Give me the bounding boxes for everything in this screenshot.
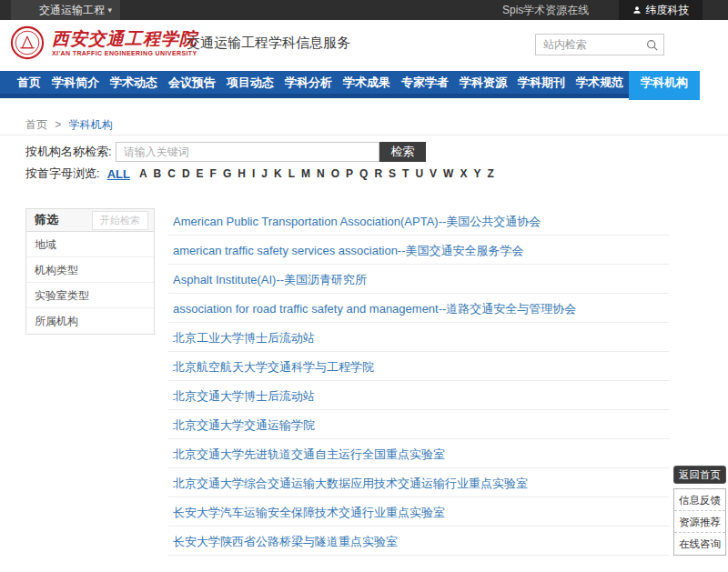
site-search-input[interactable] bbox=[536, 38, 646, 51]
floating-menu-box: 信息反馈 资源推荐 在线咨询 bbox=[673, 488, 726, 556]
vendor-name: 纬度科技 bbox=[646, 3, 690, 18]
nav-academic-achievements[interactable]: 学术成果 bbox=[338, 71, 396, 94]
chevron-down-icon: ▾ bbox=[107, 5, 112, 15]
institution-row: 北京工业大学博士后流动站 bbox=[168, 323, 669, 352]
alpha-all-link[interactable]: ALL bbox=[107, 167, 130, 181]
search-button[interactable]: 检索 bbox=[379, 142, 426, 162]
topbar: 交通运输工程 ▾ Spis学术资源在线 纬度科技 bbox=[0, 0, 728, 20]
back-to-home-button[interactable]: 返回首页 bbox=[673, 466, 726, 484]
alpha-letter-t[interactable]: T bbox=[402, 167, 409, 180]
alpha-letter-q[interactable]: Q bbox=[359, 167, 368, 180]
nav-items: 首页 学科简介 学术动态 会议预告 项目动态 学科分析 学术成果 专家学者 学科… bbox=[0, 71, 678, 100]
site-selector-dropdown[interactable]: 交通运输工程 ▾ bbox=[11, 0, 120, 20]
institution-row: association for road traffic safety and … bbox=[168, 294, 669, 323]
institution-link[interactable]: 北京交通大学先进轨道交通自主运行全国重点实验室 bbox=[168, 447, 445, 461]
vendor-account[interactable]: 纬度科技 bbox=[619, 0, 703, 20]
alpha-letter-k[interactable]: K bbox=[274, 167, 282, 180]
institution-link[interactable]: 北京交通大学综合交通运输大数据应用技术交通运输行业重点实验室 bbox=[168, 477, 528, 490]
main-nav: 首页 学科简介 学术动态 会议预告 项目动态 学科分析 学术成果 专家学者 学科… bbox=[0, 71, 678, 98]
alpha-letter-j[interactable]: J bbox=[261, 167, 268, 180]
breadcrumb-current: 学科机构 bbox=[69, 118, 113, 131]
institution-link[interactable]: 北京工业大学博士后流动站 bbox=[168, 331, 315, 345]
nav-conference-preview[interactable]: 会议预告 bbox=[163, 71, 221, 94]
filter-header: 筛选 开始检索 bbox=[26, 209, 154, 232]
institution-list: American Public Transportation Associati… bbox=[168, 206, 669, 556]
institution-link[interactable]: Asphalt Institute(AI)--美国沥青研究所 bbox=[168, 273, 367, 286]
spis-resource-link[interactable]: Spis学术资源在线 bbox=[502, 0, 589, 20]
institution-link[interactable]: 长安大学汽车运输安全保障技术交通行业重点实验室 bbox=[168, 506, 445, 519]
institution-link[interactable]: association for road traffic safety and … bbox=[168, 302, 576, 316]
resource-recommend-button[interactable]: 资源推荐 bbox=[674, 511, 725, 533]
alpha-letter-z[interactable]: Z bbox=[487, 167, 493, 180]
institution-link[interactable]: American Public Transportation Associati… bbox=[168, 215, 541, 228]
institution-search-input[interactable] bbox=[116, 142, 379, 162]
institution-row: 北京交通大学博士后流动站 bbox=[168, 381, 669, 410]
site-selector-label: 交通运输工程 bbox=[39, 3, 105, 18]
alpha-letter-n[interactable]: N bbox=[317, 167, 325, 180]
filter-item-region[interactable]: 地域 bbox=[26, 232, 154, 257]
alpha-letter-b[interactable]: B bbox=[154, 167, 162, 180]
alpha-letter-c[interactable]: C bbox=[167, 167, 176, 180]
institution-link[interactable]: 北京交通大学交通运输学院 bbox=[168, 418, 315, 432]
alpha-letter-i[interactable]: I bbox=[252, 167, 255, 180]
alpha-letter-g[interactable]: G bbox=[223, 167, 231, 180]
nav-project-news[interactable]: 项目动态 bbox=[221, 71, 279, 94]
nav-discipline-institutions[interactable]: 学科机构 bbox=[629, 71, 700, 100]
nav-experts[interactable]: 专家学者 bbox=[396, 71, 454, 94]
university-name-cn: 西安交通工程学院 bbox=[52, 28, 188, 48]
nav-discipline-journals[interactable]: 学科期刊 bbox=[512, 71, 571, 94]
alpha-letters: A B C D E F G H I J K L M N O P Q R S T … bbox=[139, 167, 494, 180]
nav-discipline-intro[interactable]: 学科简介 bbox=[46, 71, 105, 94]
alpha-letter-v[interactable]: V bbox=[430, 167, 437, 180]
institution-row: 北京交通大学交通运输学院 bbox=[168, 410, 669, 439]
university-name-en: XI'AN TRAFFIC ENGINEERING UNIVERSITY bbox=[52, 50, 188, 56]
alphabet-browse-row: 按首字母浏览: ALL A B C D E F G H I J K L M N … bbox=[25, 166, 494, 182]
alpha-letter-u[interactable]: U bbox=[415, 167, 423, 180]
alpha-letter-w[interactable]: W bbox=[443, 167, 453, 180]
institution-row: 北京航空航天大学交通科学与工程学院 bbox=[168, 352, 669, 381]
alpha-letter-x[interactable]: X bbox=[460, 167, 467, 180]
institution-link[interactable]: american traffic safety services associa… bbox=[168, 244, 524, 257]
divider bbox=[0, 135, 728, 135]
filter-item-affiliation[interactable]: 所属机构 bbox=[26, 308, 154, 334]
alpha-letter-r[interactable]: R bbox=[374, 167, 382, 180]
alpha-letter-m[interactable]: M bbox=[301, 167, 310, 180]
institution-link[interactable]: 北京航空航天大学交通科学与工程学院 bbox=[168, 360, 374, 374]
page-title: 交通运输工程学科信息服务 bbox=[187, 35, 350, 52]
filter-item-lab-type[interactable]: 实验室类型 bbox=[26, 283, 154, 308]
alpha-letter-l[interactable]: L bbox=[288, 167, 295, 180]
breadcrumb: 首页 > 学科机构 bbox=[25, 117, 113, 133]
nav-discipline-analysis[interactable]: 学科分析 bbox=[279, 71, 338, 94]
alpha-letter-h[interactable]: H bbox=[238, 167, 246, 180]
alpha-letter-o[interactable]: O bbox=[331, 167, 339, 180]
alpha-letter-d[interactable]: D bbox=[182, 167, 190, 180]
filter-title: 筛选 bbox=[35, 212, 58, 228]
nav-home[interactable]: 首页 bbox=[12, 71, 46, 94]
institution-link[interactable]: 长安大学陕西省公路桥梁与隧道重点实验室 bbox=[168, 535, 398, 548]
start-search-button[interactable]: 开始检索 bbox=[92, 211, 148, 230]
alpha-letter-p[interactable]: P bbox=[346, 167, 353, 180]
site-search-box bbox=[535, 34, 664, 55]
search-icon[interactable] bbox=[646, 39, 658, 51]
institution-search-label: 按机构名称检索: bbox=[25, 144, 112, 160]
university-name-block: 西安交通工程学院 XI'AN TRAFFIC ENGINEERING UNIVE… bbox=[52, 28, 188, 56]
alpha-letter-f[interactable]: F bbox=[210, 167, 217, 180]
feedback-button[interactable]: 信息反馈 bbox=[674, 489, 725, 511]
institution-row: 北京交通大学综合交通运输大数据应用技术交通运输行业重点实验室 bbox=[168, 468, 669, 497]
filter-item-institution-type[interactable]: 机构类型 bbox=[26, 257, 154, 283]
nav-discipline-resources[interactable]: 学科资源 bbox=[454, 71, 512, 94]
alpha-letter-a[interactable]: A bbox=[139, 167, 147, 180]
breadcrumb-separator: > bbox=[55, 118, 61, 131]
breadcrumb-home[interactable]: 首页 bbox=[25, 118, 47, 131]
institution-search-row: 按机构名称检索: 检索 bbox=[25, 142, 426, 162]
alpha-letter-y[interactable]: Y bbox=[473, 167, 480, 180]
nav-academic-norms[interactable]: 学术规范 bbox=[571, 71, 629, 94]
site-header: 西安交通工程学院 XI'AN TRAFFIC ENGINEERING UNIVE… bbox=[0, 20, 728, 71]
nav-academic-news[interactable]: 学术动态 bbox=[105, 71, 163, 94]
alpha-letter-e[interactable]: E bbox=[197, 167, 204, 180]
alpha-letter-s[interactable]: S bbox=[389, 167, 396, 180]
institution-link[interactable]: 北京交通大学博士后流动站 bbox=[168, 389, 315, 403]
online-consult-button[interactable]: 在线咨询 bbox=[674, 533, 725, 555]
filter-sidebar: 筛选 开始检索 地域 机构类型 实验室类型 所属机构 bbox=[25, 208, 155, 335]
university-logo bbox=[10, 25, 45, 60]
